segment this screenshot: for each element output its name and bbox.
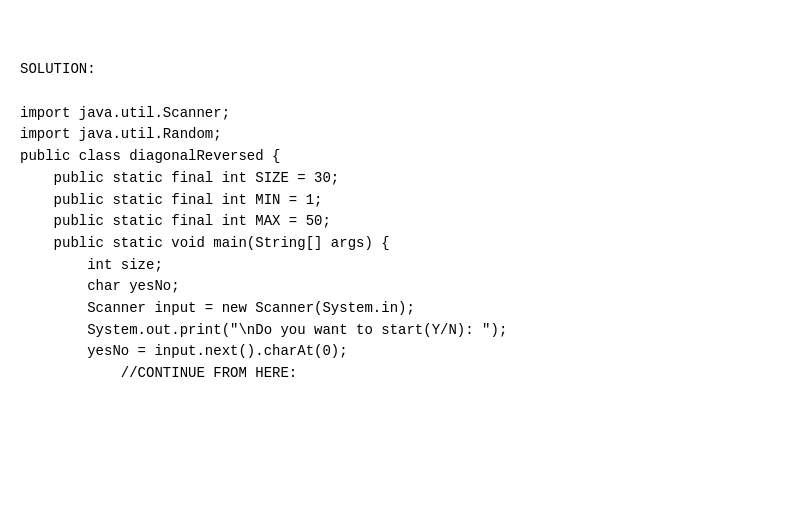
code-line: public class diagonalReversed { (20, 146, 789, 168)
code-line: yesNo = input.next().charAt(0); (20, 341, 789, 363)
code-line: import java.util.Random; (20, 124, 789, 146)
code-block: SOLUTION: import java.util.Scanner;impor… (0, 0, 809, 401)
header-line: SOLUTION: (20, 59, 789, 81)
code-line: import java.util.Scanner; (20, 103, 789, 125)
code-line: System.out.print("\nDo you want to start… (20, 320, 789, 342)
code-line: char yesNo; (20, 276, 789, 298)
code-line: int size; (20, 255, 789, 277)
code-line: Scanner input = new Scanner(System.in); (20, 298, 789, 320)
code-line: public static void main(String[] args) { (20, 233, 789, 255)
code-line: public static final int MAX = 50; (20, 211, 789, 233)
code-line: public static final int SIZE = 30; (20, 168, 789, 190)
code-line: //CONTINUE FROM HERE: (20, 363, 789, 385)
code-line: public static final int MIN = 1; (20, 190, 789, 212)
